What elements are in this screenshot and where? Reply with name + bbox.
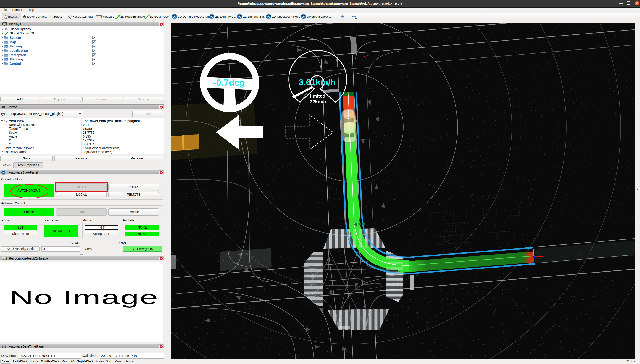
- svg-text:Autoware: Autoware: [301, 18, 306, 20]
- svg-text:-0.7deg: -0.7deg: [213, 78, 245, 88]
- svg-text:Autoware: Autoware: [238, 18, 242, 20]
- svg-text:Autoware: Autoware: [267, 18, 271, 20]
- svg-text:limited: limited: [310, 93, 326, 98]
- svg-text:72km/h: 72km/h: [310, 99, 326, 104]
- svg-text:Autoware: Autoware: [2, 174, 5, 175]
- svg-text:Autoware: Autoware: [210, 18, 214, 20]
- svg-text:3.61km/h: 3.61km/h: [299, 78, 336, 87]
- svg-text:Autoware: Autoware: [173, 18, 177, 20]
